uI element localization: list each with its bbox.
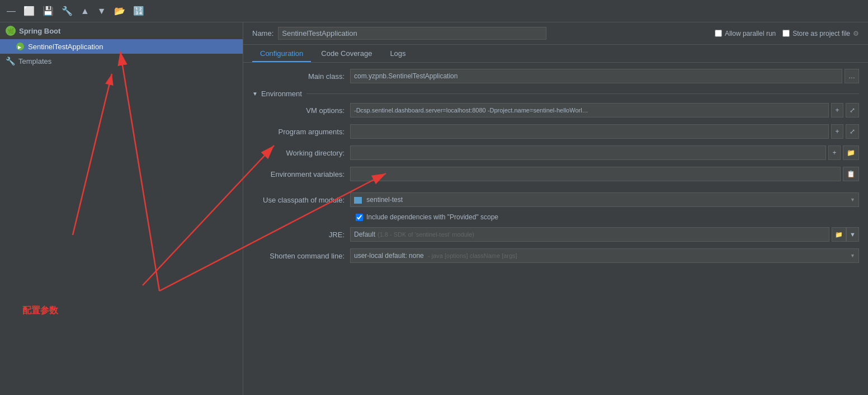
sort-icon[interactable]: 🔢 bbox=[131, 4, 147, 17]
shorten-command-line-field: user-local default: none - java [options… bbox=[350, 248, 859, 263]
folder-icon[interactable]: 📂 bbox=[112, 4, 128, 17]
store-as-project-file-label: Store as project file bbox=[792, 30, 850, 37]
settings-icon[interactable]: 🔧 bbox=[59, 4, 75, 17]
working-directory-label: Working directory: bbox=[252, 149, 350, 157]
jre-default-text: Default bbox=[354, 231, 375, 238]
name-row: Name: Allow parallel run Store as projec… bbox=[243, 22, 868, 45]
annotation-text: 配置参数 bbox=[22, 305, 58, 317]
environment-variables-label: Environment variables: bbox=[252, 170, 350, 178]
jre-muted-text: (1.8 - SDK of 'sentinel-test' module) bbox=[378, 231, 474, 238]
module-value: sentinel-test bbox=[366, 196, 403, 204]
environment-variables-input[interactable] bbox=[350, 167, 841, 181]
templates-label: Templates bbox=[18, 57, 51, 65]
toolbar: — ⬜ 💾 🔧 ▲ ▼ 📂 🔢 bbox=[0, 0, 868, 22]
shorten-command-line-label: Shorten command line: bbox=[252, 252, 350, 260]
environment-variables-edit-button[interactable]: 📋 bbox=[843, 167, 859, 181]
main-class-field: … bbox=[350, 69, 859, 83]
module-select[interactable]: sentinel-test ▼ bbox=[350, 192, 859, 207]
spring-boot-icon: 🌿 bbox=[6, 26, 16, 36]
working-directory-row: Working directory: + 📁 bbox=[252, 145, 859, 161]
store-as-project-file-group: Store as project file ⚙ bbox=[782, 30, 859, 37]
save-icon[interactable]: 💾 bbox=[40, 4, 56, 17]
allow-parallel-run-label: Allow parallel run bbox=[725, 30, 776, 37]
vm-options-field: + ⤢ bbox=[350, 103, 859, 117]
include-deps-checkbox[interactable] bbox=[356, 214, 363, 221]
environment-variables-field: 📋 bbox=[350, 167, 859, 181]
jre-label: JRE: bbox=[252, 231, 350, 239]
content-area: Name: Allow parallel run Store as projec… bbox=[243, 22, 868, 395]
sidebar: 🌿 Spring Boot ▶ SentinelTestApplication … bbox=[0, 22, 243, 395]
working-directory-add-button[interactable]: + bbox=[828, 145, 841, 160]
allow-parallel-run-checkbox[interactable] bbox=[715, 30, 722, 37]
main-class-label: Main class: bbox=[252, 72, 350, 81]
working-directory-input[interactable] bbox=[350, 145, 826, 160]
selected-item-label: SentinelTestApplication bbox=[28, 43, 103, 51]
spring-boot-section: 🌿 Spring Boot bbox=[0, 22, 243, 39]
module-icon: sentinel-test bbox=[354, 196, 403, 204]
jre-row: JRE: Default (1.8 - SDK of 'sentinel-tes… bbox=[252, 227, 859, 242]
up-icon[interactable]: ▲ bbox=[78, 5, 92, 17]
allow-parallel-run-group: Allow parallel run bbox=[715, 30, 776, 37]
annotation-arrows bbox=[0, 22, 243, 395]
main-class-browse-button[interactable]: … bbox=[845, 69, 859, 83]
main-layout: 🌿 Spring Boot ▶ SentinelTestApplication … bbox=[0, 22, 868, 395]
classpath-module-field: sentinel-test ▼ bbox=[350, 192, 859, 207]
sidebar-item-sentinel[interactable]: ▶ SentinelTestApplication bbox=[0, 39, 243, 54]
shorten-command-line-row: Shorten command line: user-local default… bbox=[252, 248, 859, 264]
app-run-icon: ▶ bbox=[16, 42, 25, 51]
classpath-module-row: Use classpath of module: sentinel-test ▼ bbox=[252, 192, 859, 208]
spacer bbox=[252, 187, 859, 192]
shorten-command-value: user-local default: none - java [options… bbox=[354, 252, 517, 260]
jre-dropdown-button[interactable]: ▼ bbox=[846, 227, 859, 242]
wrench-icon: 🔧 bbox=[6, 57, 15, 65]
form-area: Main class: … ▼ Environment VM options: … bbox=[243, 63, 868, 395]
shorten-command-select[interactable]: user-local default: none - java [options… bbox=[350, 248, 859, 263]
program-arguments-field: + ⤢ bbox=[350, 124, 859, 139]
sidebar-item-templates[interactable]: 🔧 Templates bbox=[0, 54, 243, 68]
store-as-project-file-checkbox[interactable] bbox=[782, 30, 790, 37]
program-arguments-expand-button[interactable]: ⤢ bbox=[846, 124, 859, 139]
program-arguments-row: Program arguments: + ⤢ bbox=[252, 124, 859, 139]
name-input[interactable] bbox=[278, 27, 546, 40]
main-class-row: Main class: … bbox=[252, 68, 859, 84]
program-arguments-add-button[interactable]: + bbox=[831, 124, 843, 139]
store-settings-icon[interactable]: ⚙ bbox=[853, 30, 859, 37]
section-divider bbox=[306, 93, 859, 94]
classpath-module-label: Use classpath of module: bbox=[252, 196, 350, 204]
svg-text:▶: ▶ bbox=[18, 45, 22, 50]
vm-options-label: VM options: bbox=[252, 106, 350, 115]
down-icon[interactable]: ▼ bbox=[95, 5, 108, 17]
module-dropdown-arrow: ▼ bbox=[850, 197, 855, 203]
environment-toggle[interactable]: ▼ bbox=[252, 91, 258, 97]
working-directory-field: + 📁 bbox=[350, 145, 859, 160]
tabs-row: Configuration Code Coverage Logs bbox=[243, 45, 868, 63]
minimize-icon[interactable]: — bbox=[4, 5, 18, 17]
svg-line-4 bbox=[73, 74, 112, 235]
jre-folder-button[interactable]: 📁 bbox=[832, 227, 846, 242]
name-label: Name: bbox=[252, 29, 273, 37]
shorten-command-muted: - java [options] className [args] bbox=[428, 252, 517, 259]
jre-select: Default (1.8 - SDK of 'sentinel-test' mo… bbox=[350, 227, 829, 242]
environment-section-header: ▼ Environment bbox=[252, 90, 859, 98]
copy-icon[interactable]: ⬜ bbox=[21, 4, 37, 17]
vm-options-expand-button[interactable]: ⤢ bbox=[846, 103, 859, 117]
tab-code-coverage[interactable]: Code Coverage bbox=[313, 45, 380, 62]
working-directory-browse-button[interactable]: 📁 bbox=[843, 145, 859, 160]
shorten-command-arrow: ▼ bbox=[850, 253, 855, 258]
environment-label: Environment bbox=[261, 90, 302, 98]
vm-options-add-button[interactable]: + bbox=[831, 103, 843, 117]
include-deps-row: Include dependencies with "Provided" sco… bbox=[356, 213, 859, 221]
tab-logs[interactable]: Logs bbox=[382, 45, 413, 62]
program-arguments-input[interactable] bbox=[350, 124, 829, 139]
main-class-input[interactable] bbox=[350, 69, 842, 83]
environment-variables-row: Environment variables: 📋 bbox=[252, 166, 859, 182]
spring-boot-label: Spring Boot bbox=[19, 27, 60, 35]
vm-options-input[interactable] bbox=[350, 103, 829, 117]
vm-options-row: VM options: + ⤢ bbox=[252, 102, 859, 118]
jre-btn-group: 📁 ▼ bbox=[832, 227, 859, 242]
header-right: Allow parallel run Store as project file… bbox=[715, 30, 859, 37]
include-deps-label: Include dependencies with "Provided" sco… bbox=[366, 213, 498, 221]
jre-field: Default (1.8 - SDK of 'sentinel-test' mo… bbox=[350, 227, 859, 242]
program-arguments-label: Program arguments: bbox=[252, 128, 350, 136]
tab-configuration[interactable]: Configuration bbox=[252, 45, 311, 62]
